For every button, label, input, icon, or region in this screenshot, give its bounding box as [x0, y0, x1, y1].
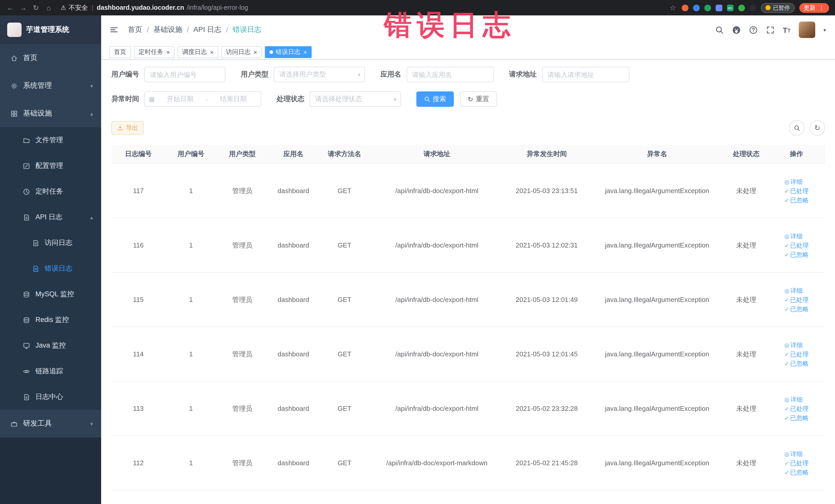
extension-leaf-icon[interactable]	[738, 4, 745, 11]
reset-button[interactable]: ↻ 重置	[460, 92, 497, 107]
extension-on-icon[interactable]: on	[727, 4, 733, 11]
mark-processed-link[interactable]: ✓已处理	[785, 404, 809, 413]
mark-ignored-link[interactable]: ✓已忽略	[785, 413, 809, 422]
close-icon[interactable]: ×	[166, 48, 170, 56]
logo-image	[7, 23, 22, 37]
extension-icon-4[interactable]	[715, 4, 722, 11]
screen: ← → ↻ ⌂ ⚠ 不安全 | dashboard.yudao.iocoder.…	[0, 0, 835, 504]
menu-label: 研发工具	[23, 419, 52, 428]
more-menu-icon[interactable]: ⋮	[819, 4, 824, 11]
extension-icon-3[interactable]	[704, 4, 711, 11]
sidebar-item-file[interactable]: 文件管理	[0, 127, 101, 153]
mark-ignored-link[interactable]: ✓已忽略	[785, 195, 809, 205]
app-logo[interactable]: 芋道管理系统	[0, 15, 101, 44]
mark-ignored-link[interactable]: ✓已忽略	[785, 304, 809, 314]
search-button[interactable]: 搜索	[416, 92, 454, 107]
detail-link[interactable]: ◎详细	[785, 177, 809, 186]
extension-icon-2[interactable]	[693, 4, 699, 11]
cell-status: 未处理	[725, 436, 768, 490]
sidebar-item-system[interactable]: 系统管理 ▾	[0, 72, 101, 100]
forward-icon[interactable]: →	[19, 4, 27, 12]
mark-ignored-link[interactable]: ✓已忽略	[785, 250, 809, 259]
tab-error-log[interactable]: 错误日志 ×	[265, 46, 312, 58]
bookmark-star-icon[interactable]: ☆	[669, 4, 677, 12]
mark-processed-link[interactable]: ✓已处理	[785, 349, 809, 359]
hamburger-icon[interactable]	[109, 25, 119, 35]
tab-job[interactable]: 定时任务 ×	[134, 46, 175, 58]
date-range-picker[interactable]: ▦ 开始日期 - 结束日期	[144, 92, 261, 107]
sidebar-item-api-log[interactable]: API 日志 ▴	[0, 204, 101, 230]
error-log-table: 日志编号 用户编号 用户类型 应用名 请求方法名 请求地址 异常发生时间 异常名…	[111, 145, 825, 490]
site-security[interactable]: ⚠ 不安全 | dashboard.yudao.iocoder.cn/infra…	[61, 3, 248, 12]
export-button[interactable]: 导出	[111, 121, 144, 135]
sidebar-item-devtools[interactable]: 研发工具 ▾	[0, 410, 101, 438]
user-id-input[interactable]	[144, 67, 225, 82]
sidebar-item-infra[interactable]: 基础设施 ▴	[0, 100, 101, 127]
sidebar-item-log-center[interactable]: 日志中心	[0, 384, 101, 410]
sidebar-item-java[interactable]: Java 监控	[0, 333, 101, 358]
github-icon[interactable]	[732, 25, 740, 34]
sidebar-item-error-log[interactable]: 错误日志	[0, 256, 101, 281]
update-button[interactable]: 更新 ⋮	[799, 3, 829, 13]
toolbox-icon	[10, 420, 18, 427]
toggle-search-button[interactable]	[789, 120, 805, 136]
mark-processed-link[interactable]: ✓已处理	[785, 458, 809, 467]
reload-icon[interactable]: ↻	[32, 4, 40, 12]
refresh-button[interactable]: ↻	[810, 120, 825, 136]
fullscreen-icon[interactable]	[766, 25, 774, 34]
detail-link[interactable]: ◎详细	[785, 286, 809, 295]
sidebar-item-redis[interactable]: Redis 监控	[0, 307, 101, 333]
sidebar-item-config[interactable]: 配置管理	[0, 153, 101, 179]
back-icon[interactable]: ←	[6, 4, 14, 12]
extension-icon-1[interactable]	[681, 4, 688, 11]
breadcrumb-item[interactable]: 首页	[128, 25, 142, 35]
tab-access-log[interactable]: 访问日志 ×	[221, 46, 262, 58]
mark-processed-link[interactable]: ✓已处理	[785, 186, 809, 195]
tab-label: 调度日志	[182, 48, 207, 57]
avatar[interactable]	[799, 22, 815, 38]
home-icon[interactable]: ⌂	[45, 4, 53, 12]
question-icon[interactable]	[749, 25, 757, 34]
breadcrumb-item[interactable]: API 日志	[194, 25, 222, 35]
mark-processed-link[interactable]: ✓已处理	[785, 241, 809, 250]
sidebar-item-job[interactable]: 定时任务	[0, 179, 101, 204]
sidebar-item-mysql[interactable]: MySQL 监控	[0, 281, 101, 307]
detail-link[interactable]: ◎详细	[785, 395, 809, 404]
filter-user-id: 用户编号	[111, 67, 225, 82]
paused-chip[interactable]: 已暂停	[760, 3, 794, 13]
mark-processed-link[interactable]: ✓已处理	[785, 295, 809, 304]
close-icon[interactable]: ×	[253, 48, 257, 56]
detail-link[interactable]: ◎详细	[785, 231, 809, 241]
col-user-id: 用户编号	[165, 145, 217, 164]
button-label: 重置	[476, 95, 489, 104]
chevron-down-icon[interactable]: ▾	[823, 27, 826, 33]
process-status-select[interactable]: 请选择处理状态 ▾	[309, 92, 401, 107]
font-size-icon[interactable]: T T	[782, 26, 791, 34]
search-icon	[793, 124, 800, 131]
sidebar-item-home[interactable]: 首页	[0, 44, 101, 72]
url-path[interactable]: /infra/log/api-error-log	[187, 4, 248, 11]
gear-icon	[10, 82, 18, 89]
detail-link[interactable]: ◎详细	[785, 340, 809, 349]
table-row: 115 1 管理员 dashboard GET /api/infra/db-do…	[111, 273, 825, 327]
close-icon[interactable]: ×	[303, 48, 307, 56]
mark-ignored-link[interactable]: ✓已忽略	[785, 359, 809, 368]
cell-actions: ◎详细 ✓已处理 ✓已忽略	[768, 436, 825, 490]
app-name-input[interactable]	[406, 67, 494, 82]
cell-user-type: 管理员	[217, 273, 268, 327]
filter-app-name: 应用名	[381, 67, 494, 82]
url-domain[interactable]: dashboard.yudao.iocoder.cn	[97, 4, 184, 11]
mark-ignored-link[interactable]: ✓已忽略	[785, 467, 809, 477]
sidebar-item-trace[interactable]: 链路追踪	[0, 358, 101, 384]
search-icon[interactable]	[715, 25, 724, 34]
user-type-select[interactable]: 请选择用户类型 ▾	[273, 67, 365, 82]
request-url-input[interactable]	[542, 67, 629, 82]
menu-label: 首页	[23, 54, 38, 63]
tab-home[interactable]: 首页	[109, 46, 131, 58]
extension-paw-icon[interactable]	[749, 4, 756, 11]
tab-job-log[interactable]: 调度日志 ×	[178, 46, 218, 58]
breadcrumb-item[interactable]: 基础设施	[154, 25, 182, 35]
detail-link[interactable]: ◎详细	[785, 449, 809, 458]
sidebar-item-access-log[interactable]: 访问日志	[0, 230, 101, 256]
close-icon[interactable]: ×	[209, 48, 213, 56]
